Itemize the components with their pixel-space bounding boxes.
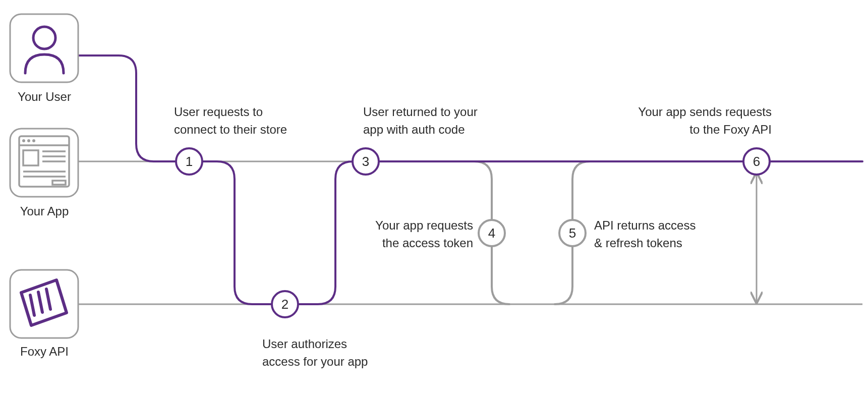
path-step2-to-step3	[298, 161, 353, 304]
svg-point-11	[22, 139, 25, 142]
step-5-node: 5	[559, 220, 586, 246]
step-5-number: 5	[569, 226, 576, 241]
step-6-label-line1: Your app sends requests	[638, 105, 772, 119]
step-5-label-line1: API returns access	[594, 218, 696, 232]
actor-your-app: Your App	[10, 129, 78, 218]
step-2-node: 2	[272, 291, 298, 317]
step-2-number: 2	[281, 297, 288, 312]
step-3-label-line1: User returned to your	[363, 105, 478, 119]
step-4-label-line1: Your app requests	[375, 218, 473, 232]
path-user-to-step1	[78, 55, 176, 161]
actor-your-user: Your User	[10, 14, 78, 103]
oauth-flow-diagram: 1 2 3 4 5 6 User requests to connect to …	[0, 0, 868, 394]
actor-foxy-api-label: Foxy API	[20, 345, 69, 358]
step-1-number: 1	[186, 154, 193, 169]
svg-point-12	[27, 139, 30, 142]
actor-foxy-api: Foxy API	[10, 270, 78, 358]
path-step1-to-step2	[202, 161, 272, 304]
step-5-label-line2: & refresh tokens	[594, 236, 682, 250]
step-4-number: 4	[488, 226, 495, 241]
step-1-label-line1: User requests to	[174, 105, 263, 119]
step-4-label-line2: the access token	[382, 236, 473, 250]
step-2-label-line2: access for your app	[262, 355, 368, 368]
step-1-node: 1	[176, 148, 202, 175]
step-6-label-line2: to the Foxy API	[689, 123, 772, 136]
step-3-number: 3	[362, 154, 369, 169]
step-3-label-line2: app with auth code	[363, 123, 465, 136]
step-6-node: 6	[743, 148, 770, 175]
step-6-number: 6	[753, 154, 760, 169]
svg-point-13	[32, 139, 35, 142]
svg-rect-21	[10, 270, 78, 338]
actor-your-app-label: Your App	[20, 204, 69, 218]
step-1-label-line2: connect to their store	[174, 123, 287, 136]
step-3-node: 3	[353, 148, 379, 175]
actor-your-user-label: Your User	[18, 90, 71, 103]
step-4-node: 4	[479, 220, 505, 246]
step-2-label-line1: User authorizes	[262, 337, 347, 351]
